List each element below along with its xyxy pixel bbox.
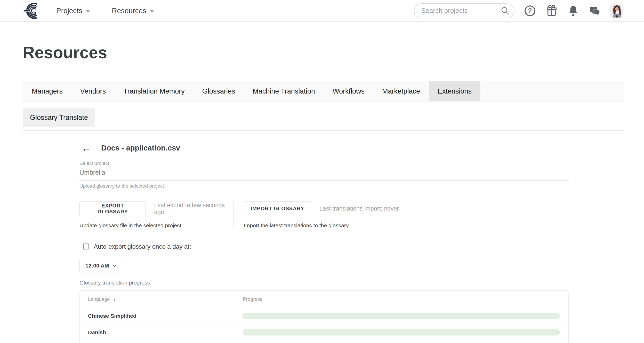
glossary-actions: EXPORT GLOSSARY Last export: a few secon… — [79, 201, 569, 229]
panel-header: ← Docs - application.csv — [79, 144, 569, 153]
bell-icon — [568, 5, 579, 17]
messages-button[interactable] — [589, 5, 601, 17]
main-content: Resources Managers Vendors Translation M… — [0, 43, 644, 343]
tab-managers[interactable]: Managers — [23, 81, 71, 101]
progress-bar — [243, 329, 560, 336]
export-status: Last export: a few seconds ago — [154, 202, 233, 216]
tab-bar: Managers Vendors Translation Memory Glos… — [23, 81, 624, 102]
gifts-button[interactable] — [545, 5, 558, 17]
auto-export-checkbox[interactable] — [83, 244, 89, 249]
tab-vendors[interactable]: Vendors — [71, 81, 115, 101]
search-box — [414, 3, 514, 18]
back-button[interactable]: ← — [82, 144, 91, 153]
import-status: Last translations import: never — [319, 205, 399, 212]
export-description: Update glossary file in the selected pro… — [79, 222, 233, 229]
progress-table: Language ↓ Progress Chinese Simplified D… — [79, 290, 569, 343]
search-icon[interactable] — [501, 6, 510, 16]
notifications-button[interactable] — [567, 5, 579, 17]
column-progress: Progress — [243, 296, 262, 302]
table-row: Chinese Simplified — [80, 308, 568, 324]
subtab-glossary-translate[interactable]: Glossary Translate — [23, 108, 95, 127]
time-select-value: 12:00 AM — [85, 263, 109, 269]
chevron-down-icon — [86, 10, 90, 12]
select-project-label: Select project — [79, 161, 569, 166]
column-language: Language — [88, 296, 110, 302]
progress-bar — [243, 313, 560, 319]
main-nav: Projects Resources — [56, 7, 154, 15]
export-glossary-button[interactable]: EXPORT GLOSSARY — [79, 201, 146, 216]
table-row: French — [80, 341, 568, 343]
tab-extensions[interactable]: Extensions — [429, 81, 480, 101]
glossary-translate-panel: ← Docs - application.csv Select project … — [79, 144, 569, 343]
chevron-down-icon — [150, 10, 154, 12]
nav-projects[interactable]: Projects — [56, 7, 90, 15]
page-title: Resources — [23, 43, 624, 62]
time-select[interactable]: 12:00 AM — [79, 259, 122, 272]
tab-glossaries[interactable]: Glossaries — [194, 81, 244, 101]
project-select[interactable]: Umbrella — [79, 169, 569, 181]
language-cell: Danish — [80, 329, 243, 336]
language-cell: Chinese Simplified — [80, 313, 243, 319]
select-project-helper: Upload glossary to the selected project — [79, 183, 569, 189]
help-button[interactable]: ? — [524, 5, 536, 17]
sort-desc-icon[interactable]: ↓ — [113, 296, 116, 302]
app-logo-icon[interactable] — [23, 2, 40, 19]
import-glossary-button[interactable]: IMPORT GLOSSARY — [244, 201, 311, 216]
nav-resources-label: Resources — [112, 7, 146, 15]
subtab-bar: Glossary Translate — [23, 108, 624, 127]
table-row: Danish — [80, 324, 568, 341]
auto-export-label: Auto-export glossary once a day at: — [94, 243, 191, 250]
document-title: Docs - application.csv — [101, 144, 180, 152]
user-avatar[interactable] — [610, 4, 623, 18]
auto-export-row: Auto-export glossary once a day at: — [83, 243, 569, 250]
tab-workflows[interactable]: Workflows — [324, 81, 373, 101]
import-description: Import the latest translations to the gl… — [244, 222, 569, 229]
chevron-down-icon — [112, 263, 117, 267]
top-bar: Projects Resources ? — [0, 0, 644, 22]
svg-text:?: ? — [528, 7, 532, 14]
help-icon: ? — [524, 5, 536, 17]
gift-icon — [546, 5, 558, 17]
export-section: EXPORT GLOSSARY Last export: a few secon… — [79, 201, 233, 229]
nav-resources[interactable]: Resources — [112, 7, 154, 15]
progress-section-label: Glossary translation progress — [79, 280, 569, 286]
nav-projects-label: Projects — [56, 7, 82, 15]
tab-machine-translation[interactable]: Machine Translation — [244, 81, 324, 101]
search-input[interactable] — [414, 3, 514, 18]
messages-icon — [589, 5, 601, 16]
tab-translation-memory[interactable]: Translation Memory — [115, 81, 194, 101]
section-divider — [23, 130, 624, 131]
import-section: IMPORT GLOSSARY Last translations import… — [244, 201, 569, 229]
tab-marketplace[interactable]: Marketplace — [373, 81, 429, 101]
vertical-divider — [233, 201, 234, 229]
table-header: Language ↓ Progress — [80, 291, 568, 308]
